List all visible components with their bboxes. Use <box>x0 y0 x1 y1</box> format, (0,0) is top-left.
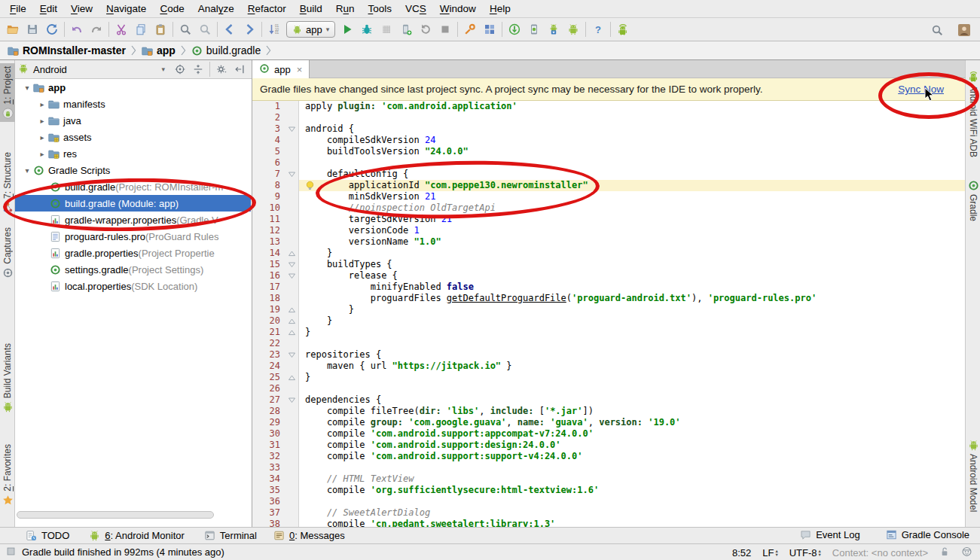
code-line-27[interactable]: dependencies { <box>299 394 965 406</box>
tree-item-manifests[interactable]: ▸manifests <box>15 96 251 112</box>
tab-app[interactable]: app × <box>252 60 310 78</box>
toolwindow-button-messages[interactable]: 0: Messages <box>273 530 345 541</box>
menu-help[interactable]: Help <box>483 2 517 16</box>
code-line-29[interactable]: compile group: 'com.google.guava', name:… <box>299 417 965 428</box>
redo-button[interactable] <box>87 20 106 38</box>
menu-build[interactable]: Build <box>293 2 329 16</box>
menu-file[interactable]: File <box>3 2 33 16</box>
tree-item-gradle-properties[interactable]: gradle.properties (Project Propertie <box>15 245 251 261</box>
sdk-button[interactable] <box>544 20 563 38</box>
code-line-23[interactable]: repositories { <box>299 349 965 361</box>
tree-item-res[interactable]: ▸res <box>15 145 251 162</box>
code-line-14[interactable]: } <box>299 248 965 259</box>
target-button[interactable] <box>171 62 189 77</box>
code-line-25[interactable]: } <box>299 372 965 383</box>
code-line-5[interactable]: buildToolsVersion "24.0.0" <box>299 146 965 157</box>
help-button[interactable]: ? <box>588 20 608 38</box>
expander-closed-icon[interactable]: ▸ <box>36 117 48 125</box>
code-line-4[interactable]: compileSdkVersion 24 <box>299 135 965 146</box>
code-line-19[interactable]: } <box>299 304 965 315</box>
menu-analyze[interactable]: Analyze <box>191 2 241 16</box>
expander-open-icon[interactable]: ▾ <box>21 84 33 92</box>
sync-button[interactable] <box>42 20 62 38</box>
breadcrumb-item-rominstaller-master[interactable]: ROMInstaller-master <box>6 44 127 56</box>
code-line-26[interactable] <box>299 383 965 394</box>
code-line-12[interactable]: versionCode 1 <box>299 225 965 236</box>
squarestat-icon[interactable] <box>6 546 16 556</box>
undo-button[interactable] <box>67 20 87 38</box>
tree-item-gradle-scripts[interactable]: ▾Gradle Scripts <box>15 162 251 178</box>
expander-open-icon[interactable]: ▾ <box>21 166 33 175</box>
attach-button[interactable] <box>396 20 416 38</box>
code-editor[interactable]: 1234567891011121314151617181920212223242… <box>252 101 965 527</box>
tree-item-build-gradle[interactable]: build.gradle (Project: ROMInstaller-m <box>15 178 251 195</box>
code-line-17[interactable]: minifyEnabled false <box>299 282 965 293</box>
copy-button[interactable] <box>131 20 151 38</box>
code-line-36[interactable] <box>299 496 965 507</box>
code-line-1[interactable]: apply plugin: 'com.android.application' <box>299 101 965 112</box>
code-line-15[interactable]: buildTypes { <box>299 259 965 270</box>
code-line-3[interactable]: android { <box>299 123 965 135</box>
toolwindow-button-event-log[interactable]: Event Log <box>800 529 860 540</box>
gradle-sync-button[interactable] <box>505 20 524 38</box>
close-icon[interactable]: × <box>297 64 303 75</box>
monitor-button[interactable] <box>563 20 583 38</box>
find-button[interactable] <box>176 20 195 38</box>
code-line-9[interactable]: minSdkVersion 21 <box>299 191 965 202</box>
menu-navigate[interactable]: Navigate <box>99 2 153 16</box>
tree-horizontal-scrollbar[interactable] <box>17 511 214 519</box>
context-widget[interactable]: Context: <no context> <box>832 547 928 558</box>
replace-button[interactable] <box>195 20 215 38</box>
code-line-21[interactable]: } <box>299 327 965 338</box>
back-button[interactable] <box>220 20 240 38</box>
stripe-button-gradle[interactable]: Gradle <box>966 177 980 224</box>
stripe-button-build-variants[interactable]: Build Variants <box>0 340 15 415</box>
paste-button[interactable] <box>151 20 170 38</box>
menu-run[interactable]: Run <box>329 2 362 16</box>
cut-button[interactable] <box>111 20 131 38</box>
debug-button[interactable] <box>357 20 377 38</box>
code-line-6[interactable] <box>299 157 965 169</box>
folder-open-button[interactable] <box>3 20 23 38</box>
stop-button[interactable] <box>435 20 455 38</box>
structure-button[interactable] <box>480 20 499 38</box>
stripe-button-1-project[interactable]: 1: Project <box>0 63 15 122</box>
rerun-button[interactable] <box>416 20 435 38</box>
code-line-2[interactable] <box>299 112 965 123</box>
code-line-16[interactable]: release { <box>299 270 965 282</box>
code-line-32[interactable]: compile 'com.android.support:support-v4:… <box>299 451 965 462</box>
code-line-10[interactable]: //noinspection OldTargetApi <box>299 202 965 214</box>
stripe-button-captures[interactable]: Captures <box>0 224 15 282</box>
menu-vcs[interactable]: VCS <box>398 2 433 16</box>
wifi-adb-button[interactable] <box>613 20 633 38</box>
toolwindow-button-todo[interactable]: TODO <box>26 530 69 541</box>
code-line-37[interactable]: // SweetAlertDialog <box>299 507 965 519</box>
save-button[interactable] <box>23 20 42 38</box>
code-line-35[interactable]: compile 'org.sufficientlysecure:html-tex… <box>299 485 965 496</box>
code-line-38[interactable]: compile 'cn.pedant.sweetalert:library:1.… <box>299 519 965 527</box>
menu-code[interactable]: Code <box>153 2 191 16</box>
search-button[interactable] <box>927 21 947 39</box>
sort-button[interactable]: 011001 <box>264 20 284 38</box>
project-view-combo[interactable]: Android ▾ <box>18 63 171 76</box>
code-line-34[interactable]: // HTML TextView <box>299 473 965 485</box>
tree-item-build-gradle-module-app[interactable]: build.gradle (Module: app) <box>15 195 251 212</box>
tree-item-settings-gradle[interactable]: settings.gradle (Project Settings) <box>15 261 251 278</box>
menu-view[interactable]: View <box>64 2 99 16</box>
toolwindow-button-gradle-console[interactable]: Gradle Console <box>886 529 969 540</box>
stripe-button-2-favorites[interactable]: 2: Favorites <box>0 441 15 509</box>
code-line-33[interactable] <box>299 462 965 473</box>
run-button[interactable] <box>337 20 357 38</box>
menu-window[interactable]: Window <box>433 2 483 16</box>
run-configuration-combo[interactable]: app▾ <box>286 21 335 38</box>
code-line-18[interactable]: proguardFiles getDefaultProguardFile('pr… <box>299 293 965 304</box>
caret-position-widget[interactable]: 8:52 <box>732 547 751 558</box>
tree-item-local-properties[interactable]: local.properties (SDK Location) <box>15 278 251 294</box>
inspections-profile-icon[interactable] <box>961 546 972 559</box>
expander-closed-icon[interactable]: ▸ <box>36 150 48 158</box>
encoding-widget[interactable]: UTF-8▴▾ <box>789 547 821 558</box>
line-ending-widget[interactable]: LF▴▾ <box>762 547 777 558</box>
tree-item-app[interactable]: ▾app <box>15 79 251 96</box>
code-line-20[interactable]: } <box>299 315 965 327</box>
tree-item-java[interactable]: ▸java <box>15 112 251 129</box>
